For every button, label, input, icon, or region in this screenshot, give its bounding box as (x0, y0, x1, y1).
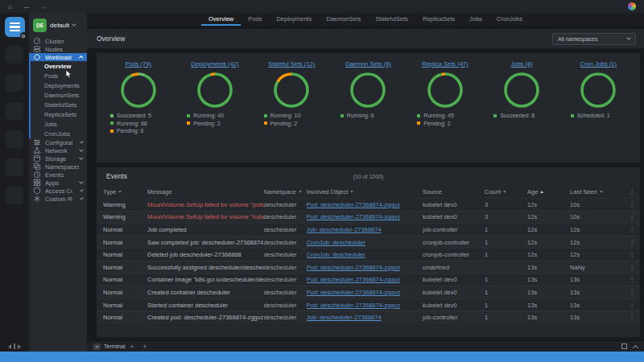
table-menu-icon[interactable]: ⋮ (618, 188, 637, 195)
sidebar-item-network[interactable]: Network (29, 146, 87, 154)
involved-object-link[interactable]: Pod: descheduler-27368874-zggvz (307, 264, 400, 271)
row-menu-icon[interactable]: ⋮ (618, 314, 637, 321)
chart-title-link[interactable]: Pods (79) (125, 60, 151, 68)
chevron-down-icon[interactable] (72, 22, 76, 27)
row-menu-icon[interactable]: ⋮ (618, 239, 637, 246)
column-header-namespace[interactable]: Namespace (264, 188, 307, 195)
sidebar-item-access-control[interactable]: Access Control (29, 187, 87, 195)
involved-object-link[interactable]: Pod: descheduler-27368874-zggvz (307, 213, 400, 220)
sidebar-subitem-statefulsets[interactable]: StatefulSets (31, 100, 87, 109)
sidebar-item-cluster[interactable]: Cluster (29, 37, 87, 45)
table-row[interactable]: NormalContainer image "k8s.gcr.io/desche… (97, 274, 640, 286)
hotbar-item-catalog[interactable] (5, 17, 25, 37)
sidebar-item-storage[interactable]: Storage (29, 154, 87, 162)
table-row[interactable]: NormalCreated container deschedulerdesch… (97, 286, 640, 298)
row-menu-icon[interactable]: ⋮ (618, 213, 637, 220)
event-message-cell: Created pod: descheduler-27368874-zggvz (147, 314, 264, 321)
chart-title-link[interactable]: Cron Jobs (1) (580, 60, 617, 68)
row-menu-icon[interactable]: ⋮ (618, 201, 637, 208)
sidebar-subitem-replicasets[interactable]: ReplicaSets (31, 109, 87, 119)
sidebar-item-workloads[interactable]: Workloads (29, 53, 87, 61)
namespace-select[interactable]: All namespaces (552, 33, 636, 45)
cluster-header[interactable]: DE default (29, 13, 87, 37)
tab-replicasets[interactable]: ReplicaSets (415, 13, 462, 26)
involved-object-link[interactable]: Pod: descheduler-27368874-zggvz (307, 276, 400, 283)
terminal-tab[interactable]: Terminal (104, 343, 125, 349)
involved-object-link[interactable]: CronJob: descheduler (307, 251, 365, 258)
hotbar-empty-slot[interactable] (6, 158, 23, 176)
hotbar-empty-slot[interactable] (6, 46, 23, 64)
column-header-source[interactable]: Source (423, 188, 485, 195)
add-terminal-button[interactable]: + (142, 343, 147, 351)
sidebar-subitem-daemonsets[interactable]: DaemonSets (31, 90, 87, 100)
hotbar-empty-slot[interactable] (6, 102, 23, 120)
sidebar-subitem-deployments[interactable]: Deployments (31, 80, 87, 90)
maximize-icon[interactable] (621, 343, 627, 349)
table-row[interactable]: NormalDeleted job descheduler-27368868de… (97, 248, 640, 261)
table-row[interactable]: NormalJob completeddeschedulerJob: desch… (97, 223, 640, 236)
hotbar-pager[interactable] (0, 343, 29, 349)
tab-deployments[interactable]: Deployments (269, 13, 319, 26)
sidebar-item-nodes[interactable]: Nodes (29, 45, 87, 53)
tab-overview[interactable]: Overview (201, 13, 241, 26)
column-header-last-seen[interactable]: Last Seen (570, 188, 618, 195)
pager-right-icon[interactable] (18, 344, 21, 349)
tab-daemonsets[interactable]: DaemonSets (319, 13, 368, 26)
row-menu-icon[interactable]: ⋮ (618, 302, 637, 309)
involved-object-link[interactable]: Pod: descheduler-27368874-zggvz (307, 201, 400, 208)
sidebar-item-events[interactable]: Events (29, 171, 87, 179)
column-header-count[interactable]: Count (485, 188, 527, 195)
row-menu-icon[interactable]: ⋮ (618, 276, 637, 283)
sort-desc-icon (118, 191, 122, 193)
user-avatar[interactable] (628, 2, 636, 10)
tab-pods[interactable]: Pods (241, 13, 269, 26)
sidebar-item-configuration[interactable]: Configuration (29, 138, 87, 146)
table-row[interactable]: NormalCreated pod: descheduler-27368874-… (97, 311, 640, 323)
table-row[interactable]: WarningMountVolume.SetUp failed for volu… (97, 211, 640, 224)
column-header-involved-object[interactable]: Involved Object (307, 188, 423, 195)
sidebar-item-custom-resources[interactable]: Custom Resources (29, 195, 87, 203)
tab-jobs[interactable]: Jobs (462, 13, 489, 26)
involved-object-link[interactable]: Job: descheduler-27368874 (307, 226, 382, 233)
sidebar-subitem-overview[interactable]: Overview (31, 61, 87, 71)
home-icon[interactable]: ⌂ (8, 2, 12, 10)
involved-object-link[interactable]: CronJob: descheduler (307, 239, 365, 246)
event-message-cell: MountVolume.SetUp failed for volume "kub… (147, 213, 264, 220)
column-header-message[interactable]: Message (147, 188, 264, 195)
involved-object-link[interactable]: Pod: descheduler-27368874-zggvz (307, 302, 400, 309)
involved-object-link[interactable]: Job: descheduler-27368874 (307, 314, 382, 321)
row-menu-icon[interactable]: ⋮ (618, 226, 637, 233)
chart-title-link[interactable]: Daemon Sets (6) (345, 60, 391, 68)
chart-title-link[interactable]: Replica Sets (47) (422, 60, 469, 68)
row-menu-icon[interactable]: ⋮ (618, 251, 637, 258)
chart-title-link[interactable]: Deployments (42) (191, 60, 238, 68)
involved-object-link[interactable]: Pod: descheduler-27368874-zggvz (307, 289, 400, 296)
column-header-type[interactable]: Type (103, 188, 147, 195)
row-menu-icon[interactable]: ⋮ (618, 264, 637, 271)
sidebar-item-apps[interactable]: Apps (29, 179, 87, 187)
hotbar-empty-slot[interactable] (6, 130, 23, 148)
table-row[interactable]: WarningMountVolume.SetUp failed for volu… (97, 198, 640, 211)
tab-statefulsets[interactable]: StatefulSets (369, 13, 415, 26)
table-row[interactable]: NormalSaw completed job: descheduler-273… (97, 236, 640, 249)
chart-title-link[interactable]: Stateful Sets (12) (268, 60, 315, 68)
sidebar-subitem-pods[interactable]: Pods (31, 71, 87, 80)
tab-cronjobs[interactable]: CronJobs (489, 13, 530, 26)
column-header-age[interactable]: Age (527, 188, 570, 195)
sidebar-subitem-cronjobs[interactable]: CronJobs (31, 129, 87, 138)
row-menu-icon[interactable]: ⋮ (618, 289, 637, 296)
close-icon[interactable]: × (130, 343, 134, 350)
pager-left-icon[interactable] (8, 344, 11, 349)
table-row[interactable]: NormalStarted container deschedulerdesch… (97, 298, 640, 311)
gear-badge-icon[interactable] (20, 32, 27, 39)
back-icon[interactable]: ← (23, 2, 30, 10)
forward-icon[interactable]: → (40, 2, 47, 10)
table-row[interactable]: NormalSuccessfully assigned descheduler/… (97, 261, 640, 274)
hotbar-empty-slot[interactable] (6, 74, 23, 92)
sidebar-item-namespaces[interactable]: Namespaces (29, 162, 87, 171)
event-lastseen-cell: 13s (570, 302, 618, 309)
chevron-up-icon[interactable] (633, 344, 638, 350)
hotbar-empty-slot[interactable] (6, 187, 23, 204)
sidebar-subitem-jobs[interactable]: Jobs (31, 119, 87, 129)
chart-title-link[interactable]: Jobs (8) (511, 60, 533, 68)
